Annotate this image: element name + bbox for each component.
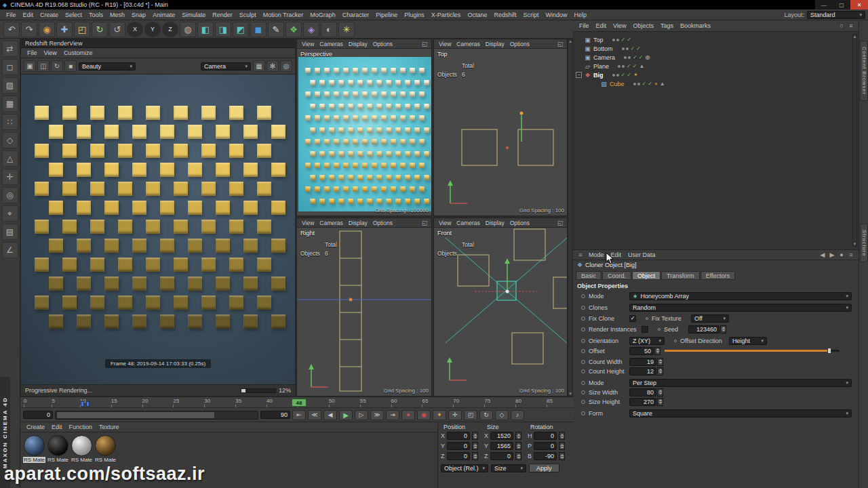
menu-item[interactable]: MoGraph <box>307 12 339 18</box>
close-button[interactable]: ✕ <box>850 0 868 9</box>
object-manager-menu-item[interactable]: Tags <box>657 22 677 29</box>
object-manager-menu-item[interactable]: View <box>610 22 629 29</box>
focus-region-icon[interactable]: ◎ <box>280 60 292 72</box>
rotation-h-stepper[interactable] <box>559 432 565 440</box>
enable-checks[interactable]: ✓✓ <box>633 54 643 60</box>
tab-effectors[interactable]: Effectors <box>701 271 735 280</box>
snowflake-icon[interactable]: ✻ <box>267 60 279 72</box>
last-tool-icon[interactable]: ↺ <box>109 22 125 37</box>
offset-field[interactable]: 50 <box>629 347 654 355</box>
visibility-dots[interactable] <box>633 83 640 85</box>
enable-checks[interactable]: ✓✓ <box>621 37 631 43</box>
material-menu-item[interactable]: Texture <box>96 424 123 430</box>
viewport-perspective[interactable]: ViewCamerasDisplayOptions ◱ Perspective … <box>296 39 432 216</box>
coordinate-object-dropdown[interactable]: Object (Rel.) ▾ <box>441 464 488 472</box>
object-row-camera[interactable]: ▣ Camera ✓✓ ◎ <box>584 53 650 62</box>
goto-start-button[interactable]: ⇤ <box>292 410 306 420</box>
tab-transform[interactable]: Transform <box>661 271 700 280</box>
record-parameter-toggle[interactable]: ◇ <box>495 410 509 420</box>
mode-dropdown[interactable]: ∗ Honeycomb Array ▾ <box>629 292 852 300</box>
material-menu-item[interactable]: Edit <box>48 424 66 430</box>
viewport-menu-item[interactable]: Cameras <box>317 41 345 47</box>
object-manager-menu-item[interactable]: Edit <box>593 22 610 29</box>
viewport-menu-item[interactable]: View <box>299 41 317 47</box>
lock-icon[interactable]: ● <box>837 251 846 259</box>
menu-item[interactable]: Select <box>62 12 85 18</box>
history-back-icon[interactable]: ◀ <box>818 251 827 259</box>
move-tool-icon[interactable]: ✚ <box>56 22 73 37</box>
count-height-stepper[interactable] <box>657 367 663 375</box>
menu-item[interactable]: Script <box>519 12 542 18</box>
panel-menu-icon[interactable]: ≡ <box>846 22 856 30</box>
size-width-field[interactable]: 80 <box>629 388 656 396</box>
viewport-menu-item[interactable]: Options <box>507 220 532 226</box>
model-mode-icon[interactable]: ◻ <box>2 59 18 75</box>
position-y-field[interactable]: 0 <box>447 442 470 450</box>
visibility-dots[interactable] <box>612 74 619 77</box>
viewport-swap-icon[interactable]: ◱ <box>555 219 565 227</box>
size-height-field[interactable]: 270 <box>629 398 656 406</box>
menu-item[interactable]: Tools <box>85 12 106 18</box>
form-dropdown[interactable]: Square ▾ <box>629 409 852 418</box>
menu-item[interactable]: Animate <box>149 12 178 18</box>
timeline-scrollbar[interactable] <box>55 411 258 420</box>
tab-structure[interactable]: Structure <box>860 224 868 262</box>
current-frame-marker[interactable]: 48 <box>292 399 307 407</box>
viewport-menu-item[interactable]: View <box>436 41 454 47</box>
record-rotation-toggle[interactable]: ↻ <box>479 410 493 420</box>
render-view-button[interactable]: ◧ <box>197 22 214 37</box>
offset-slider[interactable] <box>665 350 840 352</box>
menu-item[interactable]: File <box>3 12 20 18</box>
menu-item[interactable]: Simulate <box>178 12 209 18</box>
polygons-mode-icon[interactable]: △ <box>2 150 18 167</box>
play-sound-button[interactable]: ♪ <box>511 410 524 420</box>
size-z-field[interactable]: 0 <box>490 452 513 460</box>
panel-burger-icon[interactable]: ≡ <box>576 251 585 259</box>
object-row-top[interactable]: ▣ Top ✓✓ <box>584 35 631 44</box>
mograph-button[interactable]: ❖ <box>285 22 302 37</box>
renderview-menu-item[interactable]: View <box>41 49 60 56</box>
material-item[interactable]: RS Mate <box>47 435 69 463</box>
size-z-stepper[interactable] <box>515 452 521 460</box>
viewport-front[interactable]: ViewCamerasDisplayOptions ◱ Front Total … <box>433 218 568 396</box>
history-forward-icon[interactable]: ▶ <box>827 251 837 259</box>
grid-icon[interactable]: ▦ <box>253 60 265 72</box>
tab-coord[interactable]: Coord. <box>602 271 631 280</box>
render-picture-viewer-button[interactable]: ◨ <box>215 22 231 37</box>
seed-stepper[interactable] <box>720 325 726 333</box>
viewport-scrollbar[interactable]: ▲ ▼ <box>568 39 573 396</box>
material-item[interactable]: RS Mate <box>23 435 45 463</box>
count-width-field[interactable]: 19 <box>629 358 656 366</box>
rotation-p-stepper[interactable] <box>559 442 565 450</box>
menu-item[interactable]: Plugins <box>401 12 428 18</box>
snapshot-icon[interactable]: ▣ <box>24 60 36 72</box>
rotation-b-stepper[interactable] <box>559 452 565 460</box>
size-x-stepper[interactable] <box>515 432 521 440</box>
offset-direction-dropdown[interactable]: Height ▾ <box>729 337 767 345</box>
render-settings-button[interactable]: ◩ <box>233 22 249 37</box>
viewport-solo-icon[interactable]: ◎ <box>2 187 18 203</box>
material-menu-item[interactable]: Create <box>23 424 48 430</box>
menu-item[interactable]: Redshift <box>490 12 519 18</box>
fix-texture-dropdown[interactable]: Off ▾ <box>691 314 729 323</box>
goto-end-button[interactable]: ⇥ <box>386 410 399 420</box>
z-axis-lock-button[interactable]: Z <box>162 22 178 37</box>
count-height-field[interactable]: 12 <box>629 367 656 375</box>
position-x-stepper[interactable] <box>472 432 478 440</box>
menu-item[interactable]: Character <box>339 12 373 18</box>
range-end-field[interactable]: 90 <box>260 411 290 419</box>
material-tag-icon[interactable]: ● <box>654 81 658 87</box>
size-height-stepper[interactable] <box>657 398 663 406</box>
size-y-stepper[interactable] <box>515 442 521 450</box>
render-instances-checkbox[interactable] <box>642 326 648 333</box>
record-keyframe-button[interactable]: ● <box>401 410 415 420</box>
renderview-titlebar[interactable]: Redshift RenderView <box>21 39 295 48</box>
rotation-h-field[interactable]: 0 <box>534 432 557 440</box>
object-row-bottom[interactable]: ▣ Bottom ✓✓ <box>584 44 641 53</box>
count-width-stepper[interactable] <box>657 358 663 366</box>
rotate-tool-icon[interactable]: ↻ <box>92 22 108 37</box>
menu-item[interactable]: Edit <box>20 12 37 18</box>
keyframe-marker[interactable] <box>81 401 84 407</box>
menu-item[interactable]: Render <box>209 12 236 18</box>
viewport-menu-item[interactable]: Display <box>346 41 370 47</box>
